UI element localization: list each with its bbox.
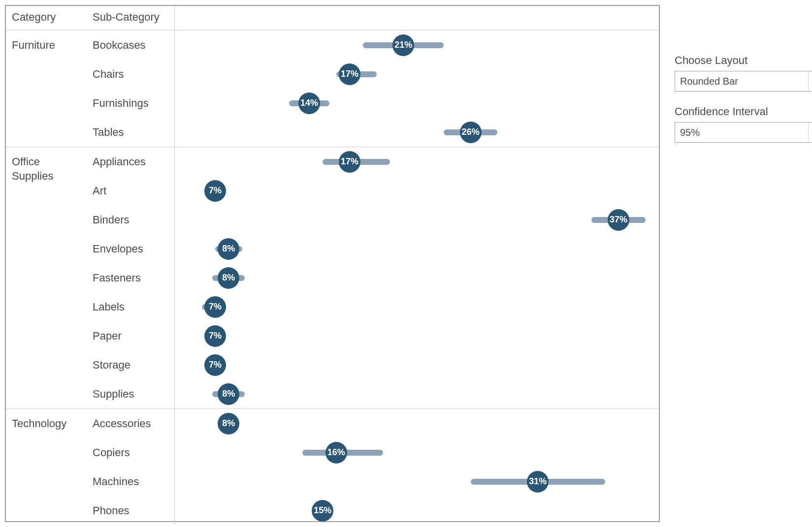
plot-cell: 8% [175,409,659,438]
plot-header-spacer [175,6,659,30]
subcategory-row: Appliances17% [89,147,659,176]
layout-selector[interactable]: Rounded Bar [675,71,812,92]
data-point-label: 7% [209,331,222,341]
data-point[interactable]: 7% [204,296,226,318]
subcategory-label: Bookcases [89,31,175,60]
subcategory-header: Sub-Category [89,6,175,30]
subcategory-label: Phones [89,496,175,525]
controls-panel: Choose Layout Rounded Bar Confidence Int… [660,5,812,522]
category-label: Technology [6,409,89,525]
subcategory-row: Art7% [89,176,659,205]
subcategory-row: Machines31% [89,467,659,496]
subcategory-row: Tables26% [89,118,659,147]
data-point[interactable]: 26% [460,122,482,143]
plot-cell: 8% [175,263,659,292]
data-point-label: 7% [209,186,222,196]
subcategory-label: Appliances [89,147,175,176]
data-point-label: 8% [222,244,235,254]
plot-cell: 31% [175,467,659,496]
subcategory-row: Envelopes8% [89,234,659,263]
category-label: Furniture [6,31,89,147]
plot-cell: 17% [175,147,659,176]
subcategory-label: Supplies [89,379,175,408]
data-point[interactable]: 21% [392,34,414,56]
data-point[interactable]: 31% [527,471,549,493]
data-point[interactable]: 15% [312,500,333,522]
data-point[interactable]: 8% [218,238,239,260]
data-point[interactable]: 17% [339,63,360,85]
category-block: FurnitureBookcases21%Chairs17%Furnishing… [6,31,659,147]
data-point-label: 31% [529,476,547,487]
chevron-down-icon [808,71,812,91]
plot-cell: 8% [175,379,659,408]
subcategory-label: Accessories [89,409,175,438]
subcategory-row: Binders37% [89,205,659,234]
data-point-label: 8% [222,418,235,429]
subcategory-row: Furnishings14% [89,89,659,118]
subcategory-row: Supplies8% [89,379,659,408]
plot-cell: 7% [175,176,659,205]
data-point[interactable]: 7% [204,354,226,376]
ci-selector-value: 95% [680,127,700,138]
data-point-label: 17% [341,69,358,79]
subcategory-row: Accessories8% [89,409,659,438]
data-point-label: 17% [341,156,358,167]
subcategory-label: Paper [89,321,175,350]
plot-cell: 26% [175,118,659,147]
data-point-label: 7% [209,302,222,312]
subcategory-row: Bookcases21% [89,31,659,60]
data-point-label: 21% [394,40,412,50]
data-point-label: 7% [209,360,222,370]
data-point[interactable]: 7% [204,325,226,347]
data-point-label: 37% [610,215,627,225]
data-point-label: 16% [327,447,345,458]
data-point[interactable]: 8% [218,413,239,434]
data-point[interactable]: 37% [608,209,629,231]
plot-cell: 14% [175,89,659,118]
subcategory-label: Art [89,176,175,205]
category-header: Category [6,6,89,30]
data-point[interactable]: 17% [339,151,360,173]
subcategory-label: Envelopes [89,234,175,263]
data-point-label: 8% [222,273,235,283]
subcategory-row: Chairs17% [89,60,659,89]
subcategory-row: Fasteners8% [89,263,659,292]
subcategory-row: Phones15% [89,496,659,525]
plot-cell: 15% [175,496,659,525]
ci-selector[interactable]: 95% [675,122,812,143]
subcategory-row: Storage7% [89,350,659,379]
data-point-label: 26% [462,127,480,137]
data-point[interactable]: 8% [218,267,239,289]
subcategory-label: Fasteners [89,263,175,292]
chevron-down-icon [808,123,812,142]
subcategory-label: Binders [89,205,175,234]
data-point-label: 8% [222,389,235,399]
layout-selector-value: Rounded Bar [680,76,738,87]
chart-header-row: Category Sub-Category [6,6,659,31]
plot-cell: 7% [175,321,659,350]
plot-cell: 16% [175,438,659,467]
subcategory-label: Chairs [89,60,175,89]
data-point[interactable]: 8% [218,383,239,405]
plot-cell: 7% [175,292,659,321]
subcategory-label: Storage [89,350,175,379]
subcategory-label: Labels [89,292,175,321]
subcategory-label: Copiers [89,438,175,467]
category-label: OfficeSupplies [6,147,89,408]
data-point[interactable]: 7% [204,180,226,202]
subcategory-label: Machines [89,467,175,496]
subcategory-label: Tables [89,118,175,147]
subcategory-label: Furnishings [89,89,175,118]
layout-selector-label: Choose Layout [675,54,812,67]
plot-cell: 7% [175,350,659,379]
data-point[interactable]: 16% [325,442,347,464]
data-point[interactable]: 14% [298,93,320,114]
category-block: TechnologyAccessories8%Copiers16%Machine… [6,409,659,525]
subcategory-row: Copiers16% [89,438,659,467]
data-point-label: 15% [314,505,331,516]
ci-selector-label: Confidence Interval [675,105,812,118]
category-block: OfficeSuppliesAppliances17%Art7%Binders3… [6,147,659,409]
plot-cell: 21% [175,31,659,60]
data-point-label: 14% [300,98,318,108]
subcategory-row: Labels7% [89,292,659,321]
